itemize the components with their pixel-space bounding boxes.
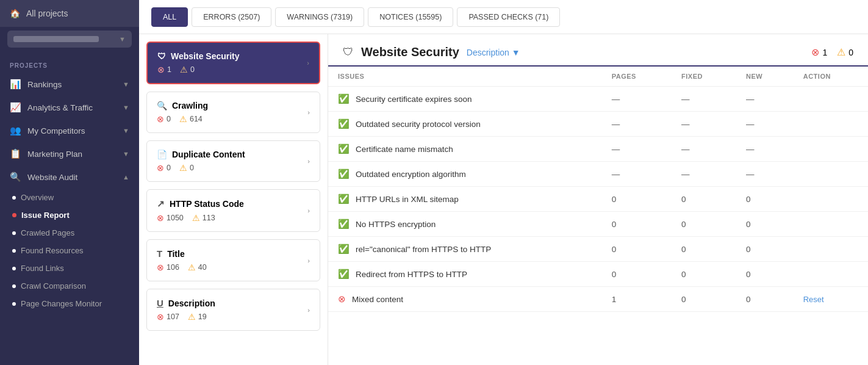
- rankings-icon: 📊: [10, 79, 21, 90]
- card-crawling-errors: 0: [167, 115, 171, 123]
- sidebar-item-rankings[interactable]: 📊 Rankings ▼: [0, 73, 139, 96]
- pass-icon: ✅: [338, 93, 350, 104]
- subnav-page-changes-monitor[interactable]: Page Changes Monitor: [12, 295, 139, 313]
- issue-label: HTTP URLs in XML sitemap: [356, 195, 459, 204]
- issue-label: Certificate name mismatch: [356, 145, 453, 154]
- subnav-crawl-comparison[interactable]: Crawl Comparison: [12, 277, 139, 295]
- issue-action: [794, 112, 868, 137]
- issue-label: Mixed content: [352, 295, 403, 304]
- sidebar-item-marketing[interactable]: 📋 Marketing Plan ▼: [0, 142, 139, 165]
- subnav-found-links[interactable]: Found Links: [12, 259, 139, 277]
- issue-label: rel="canonical" from HTTPS to HTTP: [356, 245, 491, 254]
- chevron-down-icon: ▼: [119, 35, 126, 43]
- duplicate-icon: 📄: [157, 150, 167, 159]
- issue-action: [794, 262, 868, 287]
- col-issues: ISSUES: [328, 67, 602, 87]
- audit-label: Website Audit: [27, 173, 77, 182]
- card-crawling-chevron: ›: [307, 109, 310, 116]
- rankings-chevron: ▼: [123, 81, 129, 88]
- subnav-crawled-pages[interactable]: Crawled Pages: [12, 224, 139, 242]
- card-website-security[interactable]: 🛡 Website Security ⊗1 ⚠0 ›: [146, 42, 320, 84]
- description-button[interactable]: Description ▼: [467, 48, 520, 57]
- project-name: [13, 36, 99, 42]
- crawling-warning-icon: ⚠: [179, 114, 187, 124]
- pass-icon: ✅: [338, 143, 350, 154]
- subnav-overview[interactable]: Overview: [12, 189, 139, 206]
- issue-new: —: [736, 162, 794, 187]
- header-error-count: 1: [822, 48, 827, 57]
- card-title[interactable]: T Title ⊗106 ⚠40 ›: [146, 239, 320, 281]
- issue-label-cell: ✅ Security certificate expires soon: [328, 87, 602, 112]
- header-warning-count: 0: [848, 48, 853, 57]
- competitors-icon: 👥: [10, 125, 21, 136]
- marketing-chevron: ▼: [123, 150, 129, 157]
- card-crawling[interactable]: 🔍 Crawling ⊗0 ⚠614 ›: [146, 92, 320, 133]
- card-duplicate-content[interactable]: 📄 Duplicate Content ⊗0 ⚠0 ›: [146, 140, 320, 182]
- shield-header-icon: 🛡: [343, 46, 354, 59]
- issue-action: [794, 87, 868, 112]
- error-circle-icon: ⊗: [157, 65, 165, 74]
- card-desc-errors: 107: [167, 313, 179, 321]
- issue-action[interactable]: Reset: [794, 287, 868, 312]
- issue-action: [794, 212, 868, 237]
- table-row: ✅ HTTP URLs in XML sitemap 0 0 0: [328, 187, 868, 212]
- tab-notices[interactable]: NOTICES (15595): [368, 7, 453, 27]
- error-row-icon: ⊗: [338, 294, 346, 305]
- sidebar-item-audit[interactable]: 🔍 Website Audit ▲: [0, 165, 139, 189]
- right-panel-title: Website Security: [361, 45, 459, 59]
- issue-label: No HTTPS encryption: [356, 220, 436, 229]
- title-error-icon: ⊗: [157, 262, 164, 272]
- found-links-label: Found Links: [21, 264, 64, 273]
- rankings-label: Rankings: [27, 80, 62, 89]
- http-status-icon: ↗: [157, 198, 165, 209]
- description-icon: U: [157, 298, 163, 308]
- table-row: ⊗ Mixed content 1 0 0 Reset: [328, 287, 868, 312]
- http-error-icon: ⊗: [157, 213, 164, 223]
- tab-warnings[interactable]: WARNINGS (7319): [275, 7, 364, 27]
- issue-new: —: [736, 137, 794, 162]
- tab-passed[interactable]: PASSED CHECKS (71): [457, 7, 560, 27]
- issue-pages: 1: [602, 287, 672, 312]
- crawling-icon: 🔍: [157, 101, 167, 110]
- issue-label-cell: ✅ Outdated encryption algorithm: [328, 162, 602, 187]
- analytics-chevron: ▼: [123, 104, 129, 111]
- table-row: ✅ Security certificate expires soon — — …: [328, 87, 868, 112]
- reset-link[interactable]: Reset: [803, 295, 824, 304]
- sidebar-item-competitors[interactable]: 👥 My Competitors ▼: [0, 119, 139, 142]
- card-ws-errors: 1: [167, 65, 171, 74]
- overview-label: Overview: [21, 193, 54, 202]
- project-selector[interactable]: ▼: [7, 31, 132, 48]
- right-header-counts: ⊗ 1 ⚠ 0: [811, 46, 853, 58]
- tab-all[interactable]: ALL: [151, 7, 188, 27]
- issue-new: —: [736, 112, 794, 137]
- description-btn-label: Description: [467, 48, 509, 57]
- dot-crawl-comparison: [12, 284, 16, 288]
- right-header: 🛡 Website Security Description ▼ ⊗ 1 ⚠ 0: [328, 34, 868, 67]
- tab-errors[interactable]: ERRORS (2507): [192, 7, 271, 27]
- card-desc-chevron: ›: [307, 306, 310, 314]
- card-dup-title: Duplicate Content: [172, 150, 245, 159]
- card-description[interactable]: U Description ⊗107 ⚠19 ›: [146, 289, 320, 331]
- issue-fixed: 0: [672, 262, 736, 287]
- subnav-found-resources[interactable]: Found Resources: [12, 242, 139, 259]
- content-area: 🛡 Website Security ⊗1 ⚠0 › 🔍 Crawling: [139, 34, 868, 365]
- analytics-label: Analytics & Traffic: [27, 103, 93, 112]
- subnav-issue-report[interactable]: Issue Report: [12, 206, 139, 224]
- all-projects-link[interactable]: 🏠 All projects: [0, 0, 139, 27]
- issue-fixed: —: [672, 137, 736, 162]
- card-crawling-title: Crawling: [172, 101, 208, 110]
- table-row: ✅ Outdated encryption algorithm — — —: [328, 162, 868, 187]
- card-ws-chevron: ›: [307, 59, 309, 67]
- sidebar-item-analytics[interactable]: 📈 Analytics & Traffic ▼: [0, 96, 139, 119]
- pass-icon: ✅: [338, 168, 350, 179]
- issue-label: Outdated encryption algorithm: [356, 170, 466, 179]
- col-new: NEW: [736, 67, 794, 87]
- issue-fixed: 0: [672, 237, 736, 262]
- pass-icon: ✅: [338, 193, 350, 204]
- all-projects-label: All projects: [26, 9, 68, 18]
- issue-label: Security certificate expires soon: [356, 95, 472, 104]
- issue-label-cell: ✅ HTTP URLs in XML sitemap: [328, 187, 602, 212]
- card-http-status[interactable]: ↗ HTTP Status Code ⊗1050 ⚠113 ›: [146, 189, 320, 232]
- crawl-comparison-label: Crawl Comparison: [21, 281, 86, 291]
- title-warning-icon: ⚠: [188, 262, 196, 272]
